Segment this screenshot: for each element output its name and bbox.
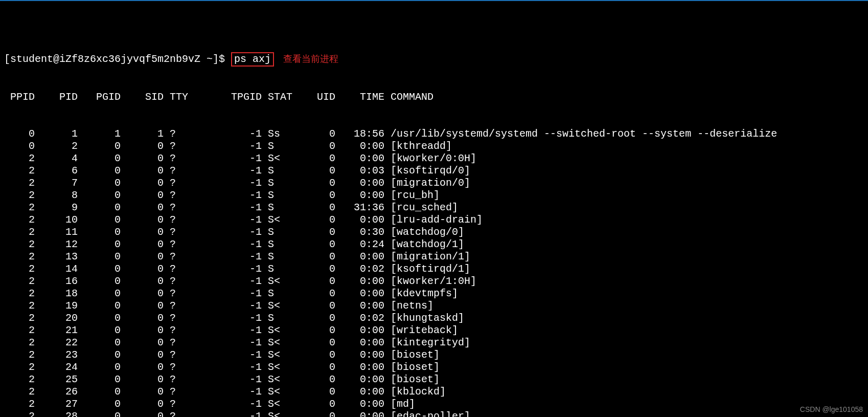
cell-sid: 0 — [121, 374, 164, 386]
ps-row: 21600?-1S<00:00[kworker/1:0H] — [4, 275, 864, 288]
cell-pid: 19 — [35, 300, 78, 312]
cell-pid: 20 — [35, 312, 78, 324]
cell-tpgid: -1 — [225, 312, 262, 324]
cell-stat: S< — [262, 324, 292, 337]
cell-ppid: 2 — [4, 189, 35, 202]
cell-stat: S< — [262, 337, 292, 349]
cell-uid: 0 — [292, 324, 335, 337]
cell-tpgid: -1 — [225, 386, 262, 398]
cell-tpgid: -1 — [225, 177, 262, 189]
cell-sid: 0 — [121, 337, 164, 349]
cell-pid: 12 — [35, 238, 78, 251]
cell-tty: ? — [164, 288, 225, 300]
ps-row: 2900?-1S031:36[rcu_sched] — [4, 202, 864, 214]
cell-stat: S — [262, 165, 292, 177]
cell-time: 0:00 — [335, 275, 384, 288]
cell-pid: 1 — [35, 128, 78, 140]
cell-tpgid: -1 — [225, 300, 262, 312]
cell-stat: S — [262, 288, 292, 300]
cell-stat: Ss — [262, 128, 292, 140]
cell-time: 0:00 — [335, 324, 384, 337]
cell-sid: 0 — [121, 263, 164, 275]
cell-tty: ? — [164, 374, 225, 386]
cell-sid: 0 — [121, 226, 164, 238]
cell-pid: 24 — [35, 361, 78, 374]
cell-cmd: /usr/lib/systemd/systemd --switched-root… — [384, 128, 864, 140]
cell-ppid: 2 — [4, 398, 35, 410]
cell-ppid: 2 — [4, 374, 35, 386]
cell-tty: ? — [164, 251, 225, 263]
cell-cmd: [kthreadd] — [384, 140, 864, 152]
cell-pgid: 0 — [78, 140, 121, 152]
cell-stat: S — [262, 251, 292, 263]
cell-cmd: [kdevtmpfs] — [384, 288, 864, 300]
cell-sid: 0 — [121, 202, 164, 214]
cell-tpgid: -1 — [225, 165, 262, 177]
cell-ppid: 2 — [4, 238, 35, 251]
cell-pid: 6 — [35, 165, 78, 177]
cell-time: 0:00 — [335, 337, 384, 349]
cell-uid: 0 — [292, 398, 335, 410]
cell-pid: 18 — [35, 288, 78, 300]
cell-stat: S< — [262, 386, 292, 398]
cell-cmd: [rcu_sched] — [384, 202, 864, 214]
cell-tty: ? — [164, 263, 225, 275]
cell-uid: 0 — [292, 238, 335, 251]
cell-tty: ? — [164, 398, 225, 410]
cell-pgid: 0 — [78, 238, 121, 251]
cell-tty: ? — [164, 300, 225, 312]
cell-uid: 0 — [292, 177, 335, 189]
shell-prompt-line[interactable]: [student@iZf8z6xc36jyvqf5m2nb9vZ ~]$ ps … — [4, 52, 864, 67]
cell-stat: S< — [262, 300, 292, 312]
cell-ppid: 2 — [4, 386, 35, 398]
ps-row: 2600?-1S00:03[ksoftirqd/0] — [4, 165, 864, 177]
cell-time: 0:00 — [335, 349, 384, 361]
header-sid: SID — [121, 91, 164, 103]
cell-stat: S — [262, 263, 292, 275]
cell-stat: S — [262, 177, 292, 189]
cell-ppid: 0 — [4, 140, 35, 152]
cell-ppid: 2 — [4, 226, 35, 238]
header-pid: PID — [35, 91, 78, 103]
cell-tpgid: -1 — [225, 214, 262, 226]
header-tpgid: TPGID — [225, 91, 262, 103]
cell-time: 0:00 — [335, 152, 384, 165]
cell-tpgid: -1 — [225, 324, 262, 337]
cell-tpgid: -1 — [225, 349, 262, 361]
cell-cmd: [writeback] — [384, 324, 864, 337]
cell-pgid: 0 — [78, 312, 121, 324]
cell-stat: S — [262, 202, 292, 214]
cell-pgid: 0 — [78, 337, 121, 349]
cell-uid: 0 — [292, 152, 335, 165]
shell-prompt-prefix: [student@iZf8z6xc36jyvqf5m2nb9vZ ~]$ — [4, 53, 231, 65]
command-highlight: ps axj — [231, 52, 274, 67]
cell-time: 0:00 — [335, 251, 384, 263]
header-command: COMMAND — [384, 91, 864, 103]
cell-time: 0:00 — [335, 398, 384, 410]
cell-ppid: 2 — [4, 288, 35, 300]
cell-sid: 0 — [121, 165, 164, 177]
cell-pid: 22 — [35, 337, 78, 349]
cell-time: 18:56 — [335, 128, 384, 140]
cell-tpgid: -1 — [225, 374, 262, 386]
cell-uid: 0 — [292, 202, 335, 214]
cell-pid: 25 — [35, 374, 78, 386]
cell-cmd: [migration/1] — [384, 251, 864, 263]
cell-ppid: 2 — [4, 177, 35, 189]
cell-sid: 0 — [121, 324, 164, 337]
cell-tpgid: -1 — [225, 275, 262, 288]
cell-tty: ? — [164, 386, 225, 398]
cell-sid: 0 — [121, 152, 164, 165]
cell-tpgid: -1 — [225, 152, 262, 165]
cell-cmd: [lru-add-drain] — [384, 214, 864, 226]
ps-header-row: PPID PID PGID SID TTY TPGID STAT UID TIM… — [4, 91, 864, 103]
cell-tty: ? — [164, 128, 225, 140]
cell-pgid: 0 — [78, 152, 121, 165]
cell-uid: 0 — [292, 128, 335, 140]
cell-time: 0:03 — [335, 165, 384, 177]
cell-tpgid: -1 — [225, 238, 262, 251]
header-stat: STAT — [262, 91, 292, 103]
cell-tty: ? — [164, 214, 225, 226]
cell-pgid: 0 — [78, 263, 121, 275]
cell-pid: 8 — [35, 189, 78, 202]
